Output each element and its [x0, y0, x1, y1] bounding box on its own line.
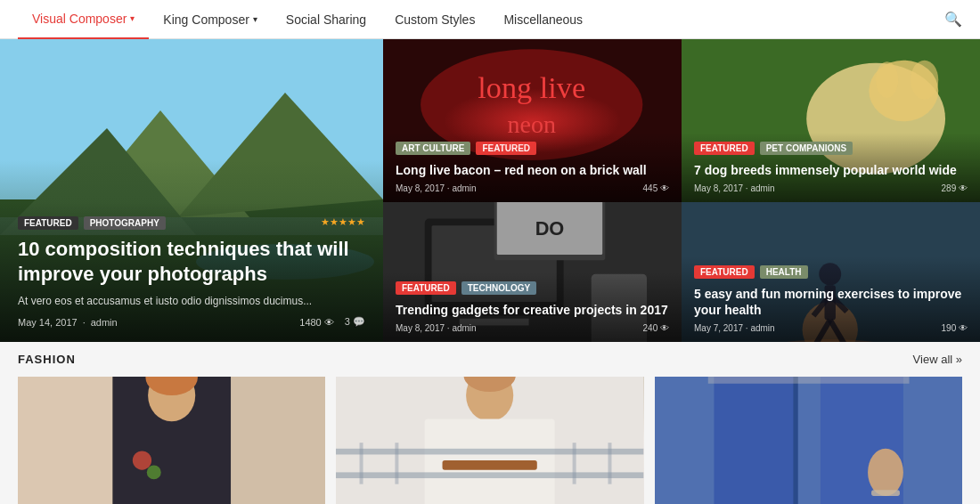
- dog-date: May 8, 2017: [694, 183, 743, 193]
- article-gadgets[interactable]: DO Featured Technology Trending gadgets …: [383, 202, 682, 342]
- dog-author: admin: [750, 183, 774, 193]
- gadgets-views: 240 👁: [643, 323, 669, 333]
- nav-item-visual-composer[interactable]: Visual Composer ▾: [18, 0, 149, 39]
- nav-label-visual-composer: Visual Composer: [32, 12, 127, 26]
- tag-art-culture[interactable]: Art Culture: [396, 142, 470, 155]
- tag-featured-red[interactable]: Featured: [476, 142, 536, 155]
- article-neon-bacon[interactable]: long live neon Art Culture Featured Long…: [383, 39, 682, 202]
- tag-health[interactable]: Health: [760, 265, 808, 279]
- exercise-date: May 7, 2017: [694, 323, 743, 333]
- gadgets-views-icon: 👁: [660, 323, 669, 333]
- fashion-section: FASHION View all »: [0, 342, 980, 504]
- gadgets-author: admin: [452, 323, 476, 333]
- comments-count: 3: [345, 316, 350, 327]
- neon-meta: May 8, 2017 · admin 445 👁: [396, 183, 669, 193]
- comments-icon: 💬: [353, 316, 365, 327]
- exercise-views: 190 👁: [942, 323, 968, 333]
- article-dog-breeds[interactable]: Featured Pet Companions 7 dog breeds imm…: [682, 39, 980, 202]
- fashion-card-1[interactable]: [18, 377, 325, 504]
- tag-featured[interactable]: Featured: [694, 265, 755, 279]
- neon-views-icon: 👁: [660, 183, 669, 193]
- svg-rect-57: [714, 377, 796, 504]
- nav-label-social-sharing: Social Sharing: [286, 12, 366, 27]
- article-exercise[interactable]: Featured Health 5 easy and fun morning e…: [682, 202, 980, 342]
- svg-rect-53: [396, 443, 399, 484]
- view-all-link[interactable]: View all »: [913, 353, 962, 366]
- dog-title: 7 dog breeds immensely popular world wid…: [694, 162, 968, 178]
- svg-point-9: [421, 49, 642, 160]
- nav-item-custom-styles[interactable]: Custom Styles: [380, 0, 489, 39]
- svg-point-17: [911, 61, 938, 100]
- exercise-title: 5 easy and fun morning exercises to impr…: [694, 286, 968, 318]
- exercise-author: admin: [750, 323, 774, 333]
- chevron-down-icon: ▾: [253, 14, 257, 24]
- dot-sep: ·: [83, 317, 86, 328]
- neon-views: 445 👁: [643, 183, 669, 193]
- dog-date-author: May 8, 2017 · admin: [694, 183, 775, 193]
- hero-comments: 3 💬: [345, 316, 365, 328]
- search-icon[interactable]: 🔍: [944, 11, 962, 28]
- hero-main-meta: May 14, 2017 · admin 1480 👁 3 💬: [18, 316, 365, 328]
- nav-item-king-composer[interactable]: King Composer ▾: [149, 0, 272, 39]
- svg-point-43: [133, 451, 151, 469]
- gadgets-title: Trending gadgets for creative projects i…: [396, 302, 669, 318]
- neon-title: Long live bacon – red neon on a brick wa…: [396, 162, 669, 178]
- dog-tags: Featured Pet Companions: [694, 142, 968, 155]
- article-neon-overlay: Art Culture Featured Long live bacon – r…: [383, 133, 682, 202]
- dog-views-count: 289: [942, 183, 957, 193]
- svg-rect-51: [336, 472, 643, 478]
- neon-author: admin: [452, 183, 476, 193]
- tag-pet[interactable]: Pet Companions: [760, 142, 853, 155]
- svg-text:long live: long live: [478, 70, 585, 104]
- tag-technology[interactable]: Technology: [461, 281, 537, 295]
- neon-views-count: 445: [643, 183, 658, 193]
- views-icon: 👁: [324, 317, 334, 328]
- svg-rect-41: [18, 377, 112, 504]
- views-count: 1480: [299, 317, 321, 328]
- exercise-tags: Featured Health: [694, 265, 968, 279]
- view-all-label: View all »: [913, 353, 962, 366]
- fashion-card-2[interactable]: [336, 377, 643, 504]
- exercise-meta: May 7, 2017 · admin 190 👁: [694, 323, 968, 333]
- dog-views-icon: 👁: [959, 183, 968, 193]
- nav-label-custom-styles: Custom Styles: [395, 12, 475, 27]
- svg-text:DO: DO: [535, 217, 565, 240]
- nav-item-miscellaneous[interactable]: Miscellaneous: [489, 0, 597, 39]
- hero-main-tags: Featured Photography ★★★★★: [18, 216, 365, 230]
- nav-label-king-composer: King Composer: [163, 12, 249, 27]
- gadgets-date-author: May 8, 2017 · admin: [396, 323, 477, 333]
- hero-main-excerpt: At vero eos et accusamus et iusto odio d…: [18, 295, 365, 307]
- gadgets-tags: Featured Technology: [396, 281, 669, 295]
- neon-tags: Art Culture Featured: [396, 142, 669, 155]
- gadgets-views-count: 240: [643, 323, 658, 333]
- svg-rect-54: [573, 443, 576, 484]
- svg-rect-56: [655, 377, 962, 504]
- main-nav: Visual Composer ▾ King Composer ▾ Social…: [0, 0, 980, 39]
- article-exercise-overlay: Featured Health 5 easy and fun morning e…: [682, 256, 980, 342]
- fashion-section-header: FASHION View all »: [18, 342, 962, 377]
- nav-items: Visual Composer ▾ King Composer ▾ Social…: [18, 0, 944, 39]
- tag-featured[interactable]: Featured: [18, 216, 78, 230]
- svg-point-18: [876, 61, 898, 98]
- hero-views: 1480 👁: [299, 317, 334, 328]
- article-dog-overlay: Featured Pet Companions 7 dog breeds imm…: [682, 133, 980, 202]
- nav-item-social-sharing[interactable]: Social Sharing: [272, 0, 380, 39]
- hero-main-article[interactable]: Featured Photography ★★★★★ 10 compositio…: [0, 39, 383, 342]
- tag-photography[interactable]: Photography: [84, 216, 166, 230]
- star-rating: ★★★★★: [321, 216, 365, 230]
- tag-featured[interactable]: Featured: [396, 281, 456, 295]
- fashion-card-3[interactable]: [655, 377, 962, 504]
- svg-point-61: [868, 449, 903, 496]
- exercise-views-icon: 👁: [959, 323, 968, 333]
- fashion-grid: [18, 377, 962, 504]
- tag-featured[interactable]: Featured: [694, 142, 755, 155]
- svg-rect-42: [231, 377, 325, 504]
- svg-rect-49: [443, 460, 537, 470]
- exercise-views-count: 190: [942, 323, 957, 333]
- hero-meta-left: May 14, 2017 · admin: [18, 317, 118, 328]
- dog-meta: May 8, 2017 · admin 289 👁: [694, 183, 968, 193]
- svg-rect-59: [793, 377, 797, 504]
- hero-date: May 14, 2017: [18, 317, 78, 328]
- fashion-section-title: FASHION: [18, 353, 76, 366]
- gadgets-date: May 8, 2017: [396, 323, 445, 333]
